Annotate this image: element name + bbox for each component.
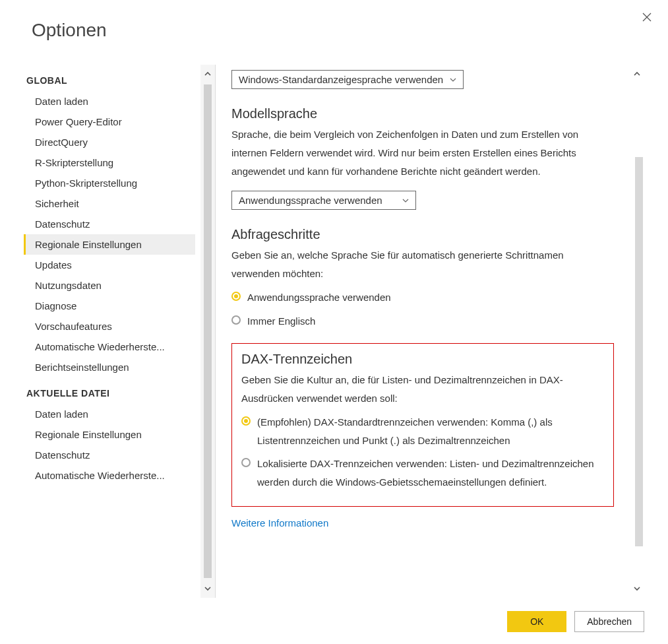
more-info-link[interactable]: Weitere Informationen bbox=[231, 517, 328, 529]
main-scroll-content: Windows-Standardanzeigesprache verwenden… bbox=[216, 65, 644, 598]
sidebar-item-r-scripting[interactable]: R-Skripterstellung bbox=[24, 152, 195, 173]
chevron-up-icon bbox=[204, 70, 212, 78]
sidebar: GLOBAL Daten laden Power Query-Editor Di… bbox=[24, 65, 215, 598]
main-scroll-up[interactable] bbox=[630, 65, 644, 83]
main-scroll-down[interactable] bbox=[630, 579, 644, 598]
radio-icon bbox=[241, 458, 251, 467]
chevron-down-icon bbox=[633, 585, 641, 593]
sidebar-global-list: Daten laden Power Query-Editor DirectQue… bbox=[24, 91, 200, 377]
sidebar-item-file-privacy[interactable]: Datenschutz bbox=[24, 445, 195, 465]
dropdown-caret-icon bbox=[450, 77, 456, 83]
dax-radio-default-label: (Empfohlen) DAX-Standardtrennzeichen ver… bbox=[256, 413, 604, 450]
main-scroll-thumb[interactable] bbox=[635, 157, 643, 546]
dialog-body: GLOBAL Daten laden Power Query-Editor Di… bbox=[24, 65, 644, 598]
model-language-heading: Modellsprache bbox=[231, 106, 632, 121]
chevron-up-icon bbox=[633, 70, 641, 78]
model-language-value: Anwendungssprache verwenden bbox=[239, 195, 382, 206]
display-language-dropdown[interactable]: Windows-Standardanzeigesprache verwenden bbox=[231, 70, 464, 89]
sidebar-item-privacy[interactable]: Datenschutz bbox=[24, 214, 195, 234]
sidebar-file-list: Daten laden Regionale Einstellungen Date… bbox=[24, 404, 200, 486]
sidebar-item-python-scripting[interactable]: Python-Skripterstellung bbox=[24, 173, 195, 193]
dropdown-caret-icon bbox=[402, 197, 409, 204]
sidebar-item-diagnostics[interactable]: Diagnose bbox=[24, 296, 195, 316]
radio-icon bbox=[241, 416, 251, 426]
close-button[interactable] bbox=[638, 8, 656, 26]
dax-radio-localized[interactable]: Lokalisierte DAX-Trennzeichen verwenden:… bbox=[241, 455, 604, 492]
cancel-button[interactable]: Abbrechen bbox=[574, 611, 644, 632]
main-scrollbar[interactable] bbox=[630, 65, 644, 598]
sidebar-section-current-file: AKTUELLE DATEI bbox=[24, 377, 200, 404]
sidebar-scroll-down[interactable] bbox=[200, 579, 215, 598]
sidebar-scroll-thumb[interactable] bbox=[204, 84, 212, 578]
steps-radio-app-language[interactable]: Anwendungssprache verwenden bbox=[231, 288, 601, 307]
steps-radio-always-english-label: Immer Englisch bbox=[246, 312, 601, 331]
query-steps-description: Geben Sie an, welche Sprache Sie für aut… bbox=[231, 246, 601, 283]
sidebar-item-directquery[interactable]: DirectQuery bbox=[24, 132, 195, 152]
radio-icon bbox=[231, 315, 241, 325]
steps-radio-always-english[interactable]: Immer Englisch bbox=[231, 312, 601, 331]
sidebar-item-file-regional-settings[interactable]: Regionale Einstellungen bbox=[24, 424, 195, 445]
model-language-dropdown[interactable]: Anwendungssprache verwenden bbox=[231, 191, 416, 210]
sidebar-item-report-settings[interactable]: Berichtseinstellungen bbox=[24, 357, 195, 377]
sidebar-item-power-query-editor[interactable]: Power Query-Editor bbox=[24, 112, 195, 132]
close-icon bbox=[642, 12, 652, 22]
query-steps-heading: Abfrageschritte bbox=[231, 227, 632, 242]
dialog-title: Optionen bbox=[0, 0, 668, 54]
sidebar-item-preview-features[interactable]: Vorschaufeatures bbox=[24, 316, 195, 337]
model-language-description: Sprache, die beim Vergleich von Zeichenf… bbox=[231, 125, 601, 180]
sidebar-item-data-load[interactable]: Daten laden bbox=[24, 91, 195, 112]
radio-icon bbox=[231, 292, 241, 301]
dax-radio-default[interactable]: (Empfohlen) DAX-Standardtrennzeichen ver… bbox=[241, 413, 604, 450]
ok-button[interactable]: OK bbox=[507, 611, 566, 632]
chevron-down-icon bbox=[204, 585, 212, 593]
dialog-footer: OK Abbrechen bbox=[507, 611, 644, 632]
options-dialog: Optionen GLOBAL Daten laden Power Query-… bbox=[0, 0, 668, 644]
sidebar-section-global: GLOBAL bbox=[24, 65, 200, 91]
sidebar-scrollbar[interactable] bbox=[200, 65, 215, 598]
display-language-value: Windows-Standardanzeigesprache verwenden bbox=[239, 74, 443, 85]
sidebar-item-regional-settings[interactable]: Regionale Einstellungen bbox=[24, 234, 195, 255]
sidebar-item-file-data-load[interactable]: Daten laden bbox=[24, 404, 195, 424]
sidebar-item-updates[interactable]: Updates bbox=[24, 255, 195, 275]
main-panel: Windows-Standardanzeigesprache verwenden… bbox=[215, 65, 644, 598]
sidebar-item-usage-data[interactable]: Nutzungsdaten bbox=[24, 275, 195, 296]
dax-separator-highlight: DAX-Trennzeichen Geben Sie die Kultur an… bbox=[231, 343, 614, 507]
sidebar-item-security[interactable]: Sicherheit bbox=[24, 193, 195, 214]
dax-radio-localized-label: Lokalisierte DAX-Trennzeichen verwenden:… bbox=[256, 455, 604, 492]
dax-separator-heading: DAX-Trennzeichen bbox=[241, 352, 604, 367]
steps-radio-app-language-label: Anwendungssprache verwenden bbox=[246, 288, 601, 307]
sidebar-item-file-auto-recovery[interactable]: Automatische Wiederherste... bbox=[24, 465, 195, 486]
sidebar-item-auto-recovery[interactable]: Automatische Wiederherste... bbox=[24, 337, 195, 357]
dax-separator-description: Geben Sie die Kultur an, die für Listen-… bbox=[241, 371, 604, 408]
sidebar-scroll-up[interactable] bbox=[200, 65, 215, 83]
